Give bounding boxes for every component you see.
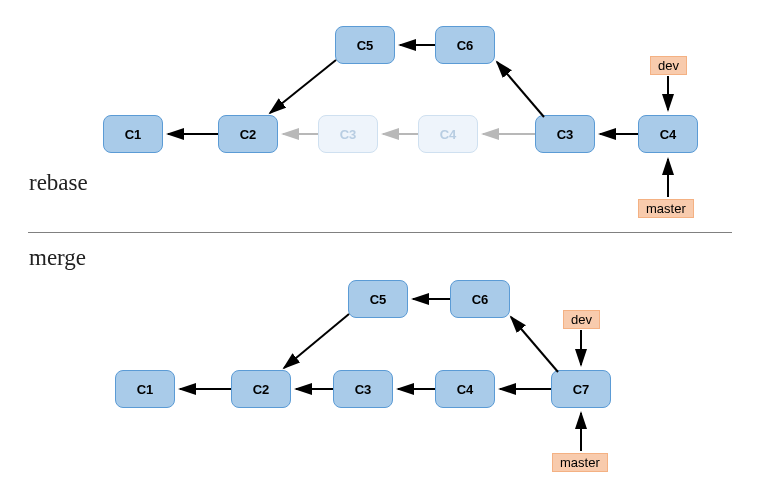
svg-line-1 xyxy=(270,60,336,113)
commit-node: C1 xyxy=(103,115,163,153)
section-label-rebase: rebase xyxy=(29,170,88,196)
branch-label-dev: dev xyxy=(650,56,687,75)
commit-node: C7 xyxy=(551,370,611,408)
divider xyxy=(28,232,732,233)
commit-node: C2 xyxy=(218,115,278,153)
svg-line-11 xyxy=(284,314,349,368)
arrow-layer xyxy=(0,0,760,500)
branch-label-dev: dev xyxy=(563,310,600,329)
section-label-merge: merge xyxy=(29,245,86,271)
git-diagram: C5 C6 C1 C2 C3 C4 C3 C4 dev master rebas… xyxy=(0,0,760,500)
commit-node: C4 xyxy=(435,370,495,408)
commit-node: C5 xyxy=(348,280,408,318)
commit-node: C6 xyxy=(450,280,510,318)
commit-node: C3 xyxy=(535,115,595,153)
commit-node: C3 xyxy=(333,370,393,408)
commit-node: C4 xyxy=(638,115,698,153)
commit-node: C1 xyxy=(115,370,175,408)
branch-label-master: master xyxy=(552,453,608,472)
commit-node: C5 xyxy=(335,26,395,64)
commit-node: C6 xyxy=(435,26,495,64)
svg-line-2 xyxy=(497,62,544,117)
commit-node-ghost: C4 xyxy=(418,115,478,153)
commit-node-ghost: C3 xyxy=(318,115,378,153)
branch-label-master: master xyxy=(638,199,694,218)
commit-node: C2 xyxy=(231,370,291,408)
svg-line-12 xyxy=(511,317,558,372)
